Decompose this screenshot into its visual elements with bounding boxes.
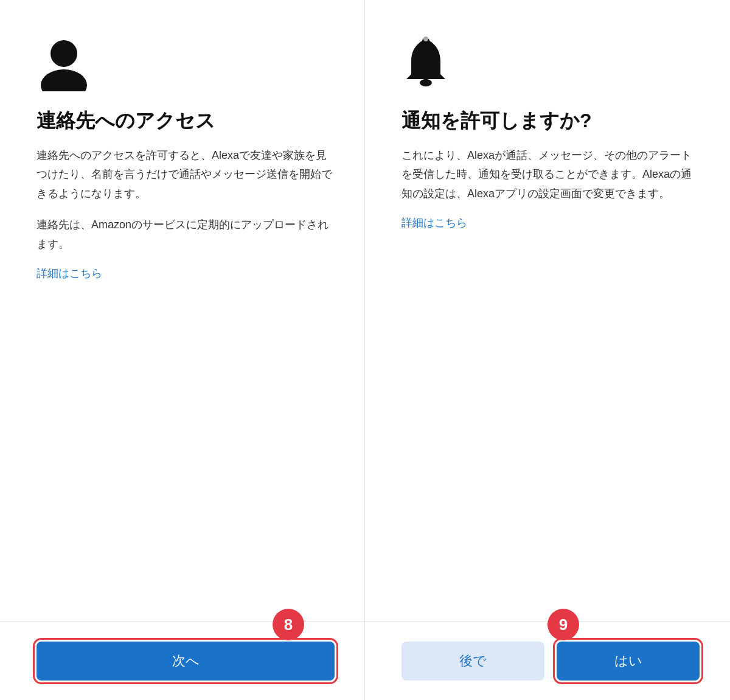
left-body1: 連絡先へのアクセスを許可すると、Alexaで友達や家族を見つけたり、名前を言うだ… [36, 146, 334, 204]
next-button[interactable]: 次へ [36, 642, 335, 681]
svg-rect-6 [424, 77, 428, 83]
right-detail-link[interactable]: 詳細はこちら [401, 215, 700, 230]
main-container: 連絡先へのアクセス 連絡先へのアクセスを許可すると、Alexaで友達や家族を見つ… [0, 0, 730, 700]
badge-9: 9 [548, 609, 579, 640]
bell-icon [401, 37, 450, 91]
right-panel: 通知を許可しますか? これにより、Alexaが通話、メッセージ、その他のアラート… [365, 0, 730, 700]
right-title: 通知を許可しますか? [401, 108, 700, 134]
bottom-right-section: 後で はい 9 [365, 621, 730, 700]
svg-point-1 [41, 69, 87, 91]
left-panel: 連絡先へのアクセス 連絡先へのアクセスを許可すると、Alexaで友達や家族を見つ… [0, 0, 365, 700]
contacts-icon-container [36, 37, 334, 94]
right-body: これにより、Alexaが通話、メッセージ、その他のアラートを受信した時、通知を受… [401, 146, 700, 204]
person-icon [36, 37, 91, 91]
svg-point-0 [50, 40, 77, 67]
left-detail-link[interactable]: 詳細はこちら [36, 266, 334, 281]
bottom-left-section: 次へ 8 [0, 621, 365, 700]
yes-button[interactable]: はい [557, 642, 700, 681]
later-button[interactable]: 後で [401, 642, 544, 681]
bottom-bar: 次へ 8 後で はい 9 [0, 621, 730, 700]
left-body2: 連絡先は、Amazonのサービスに定期的にアップロードされます。 [36, 215, 334, 254]
left-title: 連絡先へのアクセス [36, 108, 334, 134]
bell-icon-container [401, 37, 700, 94]
badge-8: 8 [273, 609, 304, 640]
